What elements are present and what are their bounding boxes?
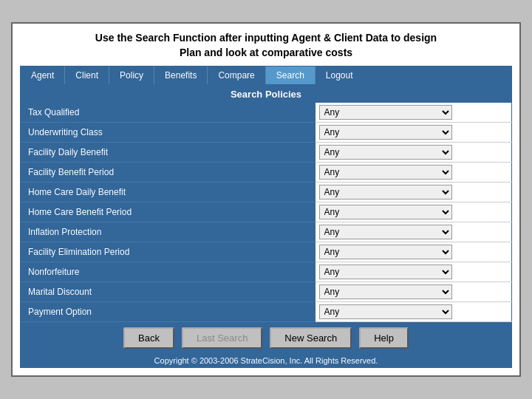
row-value-2[interactable]: Any <box>316 143 512 163</box>
table-row: NonforfeitureAny <box>21 262 512 282</box>
nav-item-search[interactable]: Search <box>266 66 316 84</box>
nav-item-client[interactable]: Client <box>65 66 109 84</box>
table-row: Home Care Daily BenefitAny <box>21 183 512 202</box>
row-label-3: Facility Benefit Period <box>21 163 316 183</box>
nav-item-compare[interactable]: Compare <box>208 66 265 84</box>
section-title: Search Policies <box>21 86 512 103</box>
row-label-1: Underwriting Class <box>21 123 316 143</box>
nav-item-benefits[interactable]: Benefits <box>154 66 208 84</box>
footer-bar: Back Last Search New Search Help <box>20 322 512 353</box>
row-label-7: Facility Elimination Period <box>21 242 316 262</box>
nav-item-logout[interactable]: Logout <box>316 66 364 84</box>
row-label-2: Facility Daily Benefit <box>21 143 316 163</box>
row-value-3[interactable]: Any <box>316 163 512 183</box>
row-value-10[interactable]: Any <box>316 302 512 322</box>
table-row: Facility Elimination PeriodAny <box>21 242 512 262</box>
row-value-4[interactable]: Any <box>316 183 512 202</box>
header-line1: Use the Search Function after inputting … <box>95 32 437 44</box>
row-value-7[interactable]: Any <box>316 242 512 262</box>
row-select-7[interactable]: Any <box>319 245 452 259</box>
row-value-0[interactable]: Any <box>316 103 512 123</box>
nav-item-agent[interactable]: Agent <box>21 66 65 84</box>
row-select-5[interactable]: Any <box>319 205 452 219</box>
row-label-8: Nonforfeiture <box>21 262 316 282</box>
row-select-0[interactable]: Any <box>319 105 452 120</box>
help-button[interactable]: Help <box>359 327 409 349</box>
table-row: Facility Benefit PeriodAny <box>21 163 512 183</box>
row-value-5[interactable]: Any <box>316 202 512 222</box>
row-value-1[interactable]: Any <box>316 123 512 143</box>
row-value-8[interactable]: Any <box>316 262 512 282</box>
new-search-button[interactable]: New Search <box>270 327 352 349</box>
row-label-9: Marital Discount <box>21 282 316 302</box>
header-text: Use the Search Function after inputting … <box>20 31 512 60</box>
table-row: Underwriting ClassAny <box>21 123 512 143</box>
table-row: Facility Daily BenefitAny <box>21 143 512 163</box>
last-search-button[interactable]: Last Search <box>182 327 262 349</box>
header-line2: Plan and look at comparative costs <box>180 47 352 58</box>
nav-bar: AgentClientPolicyBenefitsCompareSearchLo… <box>20 66 512 85</box>
table-row: Inflation ProtectionAny <box>21 222 512 242</box>
table-row: Tax QualifiedAny <box>21 103 512 123</box>
search-policies-table: Search Policies Tax QualifiedAnyUnderwri… <box>20 85 512 322</box>
nav-item-policy[interactable]: Policy <box>109 66 154 84</box>
row-value-6[interactable]: Any <box>316 222 512 242</box>
main-container: Use the Search Function after inputting … <box>11 22 521 377</box>
copyright-text: Copyright © 2003-2006 StrateCision, Inc.… <box>20 353 512 368</box>
table-row: Home Care Benefit PeriodAny <box>21 202 512 222</box>
row-label-6: Inflation Protection <box>21 222 316 242</box>
row-label-10: Payment Option <box>21 302 316 322</box>
table-row: Marital DiscountAny <box>21 282 512 302</box>
back-button[interactable]: Back <box>123 327 174 349</box>
row-value-9[interactable]: Any <box>316 282 512 302</box>
row-select-2[interactable]: Any <box>319 145 452 160</box>
row-select-3[interactable]: Any <box>319 165 452 180</box>
row-select-4[interactable]: Any <box>319 185 452 200</box>
row-select-1[interactable]: Any <box>319 125 452 140</box>
row-select-6[interactable]: Any <box>319 225 452 239</box>
row-select-8[interactable]: Any <box>319 265 452 279</box>
table-row: Payment OptionAny <box>21 302 512 322</box>
row-select-10[interactable]: Any <box>319 304 452 319</box>
row-label-0: Tax Qualified <box>21 103 316 123</box>
row-label-5: Home Care Benefit Period <box>21 202 316 222</box>
row-label-4: Home Care Daily Benefit <box>21 183 316 202</box>
row-select-9[interactable]: Any <box>319 284 452 299</box>
